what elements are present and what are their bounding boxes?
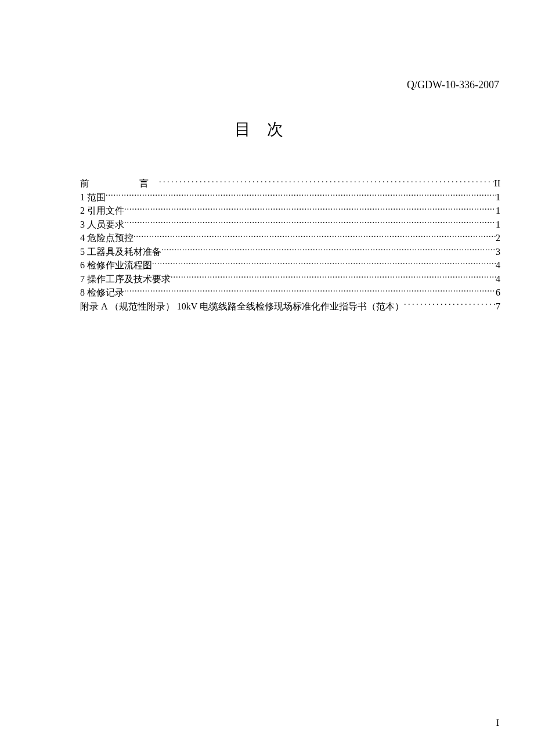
toc-leader-dots	[124, 218, 496, 228]
toc-leader-dots	[106, 191, 496, 200]
toc-entry: 8 检修记录6	[80, 286, 500, 300]
toc-entry-label: 3 人员要求	[80, 218, 124, 232]
toc-entry-label: 附录 A （规范性附录） 10kV 电缆线路全线检修现场标准化作业指导书（范本）	[80, 300, 404, 314]
toc-entry-page: 7	[496, 300, 500, 314]
toc-entry: 5 工器具及耗材准备3	[80, 245, 500, 259]
toc-leader-dots	[134, 232, 496, 241]
toc-entry-label: 8 检修记录	[80, 286, 124, 300]
toc-leader-dots	[171, 273, 496, 282]
toc-entry-label: 7 操作工序及技术要求	[80, 272, 171, 286]
toc-entry-page: 4	[496, 258, 500, 272]
toc-entry-page: II	[494, 177, 500, 190]
toc-entry-page: 6	[496, 286, 500, 300]
toc-leader-dots	[124, 204, 496, 214]
toc-entry-page: 2	[496, 231, 500, 245]
toc-entry: 7 操作工序及技术要求4	[80, 272, 500, 286]
toc-title: 目次	[0, 118, 534, 141]
toc-entry-label: 6 检修作业流程图	[80, 258, 152, 272]
toc-leader-dots	[404, 300, 496, 309]
toc-entry: 6 检修作业流程图4	[80, 258, 500, 272]
toc-entry-page: 1	[496, 190, 500, 204]
toc-leader-dots	[152, 259, 496, 268]
toc-entry-label: 4 危险点预控	[80, 231, 134, 245]
toc-entry: 前 言II	[80, 177, 500, 190]
toc-entry: 2 引用文件1	[80, 204, 500, 218]
toc-entry: 1 范围1	[80, 190, 500, 204]
toc-leader-dots	[161, 246, 496, 255]
toc-entry-page: 3	[496, 245, 500, 259]
table-of-contents: 前 言II1 范围12 引用文件13 人员要求14 危险点预控25 工器具及耗材…	[80, 177, 500, 313]
toc-entry-label: 前 言	[80, 177, 159, 190]
document-code: Q/GDW-10-336-2007	[407, 79, 499, 91]
toc-entry-label: 5 工器具及耗材准备	[80, 245, 161, 259]
toc-entry-page: 1	[496, 204, 500, 218]
page-number: I	[496, 718, 499, 728]
toc-entry-page: 4	[496, 272, 500, 286]
toc-entry: 3 人员要求1	[80, 218, 500, 232]
toc-entry: 4 危险点预控2	[80, 231, 500, 245]
toc-entry: 附录 A （规范性附录） 10kV 电缆线路全线检修现场标准化作业指导书（范本）…	[80, 300, 500, 314]
toc-leader-dots	[159, 177, 494, 186]
toc-entry-label: 2 引用文件	[80, 204, 124, 218]
toc-entry-label: 1 范围	[80, 190, 106, 204]
toc-entry-page: 1	[496, 218, 500, 232]
toc-leader-dots	[124, 286, 496, 296]
